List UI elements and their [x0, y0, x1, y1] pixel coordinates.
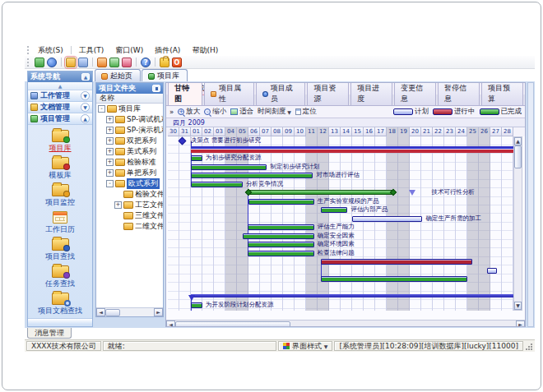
sidebar-collapsed-section[interactable]: [28, 318, 92, 325]
task-bar[interactable]: [487, 268, 498, 274]
gantt-tab-properties[interactable]: 项目属性: [204, 82, 254, 105]
mail-alert-icon[interactable]: [122, 58, 132, 67]
tree-item[interactable]: 检验文件: [96, 189, 163, 200]
task-bar[interactable]: [321, 276, 467, 282]
tree-expander-icon[interactable]: +: [106, 148, 114, 155]
task-bar[interactable]: [191, 182, 243, 187]
tree-item[interactable]: +双把系列: [96, 136, 163, 146]
toolbar-overflow-icon[interactable]: »: [169, 108, 174, 116]
tree-expander-icon[interactable]: +: [106, 169, 114, 177]
task-bar[interactable]: [191, 173, 313, 178]
power-icon[interactable]: O: [172, 58, 182, 67]
project-summary-bar[interactable]: [191, 146, 513, 153]
message-manager-tab[interactable]: 消息管理: [27, 328, 72, 339]
sidebar-item-project-search[interactable]: 项目查找: [28, 237, 92, 264]
scroll-left-icon[interactable]: ◄: [166, 321, 175, 327]
zoom-in-button[interactable]: +放大: [178, 107, 200, 117]
gantt-tab-budget[interactable]: 项目预算: [481, 82, 523, 105]
task-bar[interactable]: [191, 302, 202, 308]
milestone-marker[interactable]: [179, 137, 187, 145]
tree-item[interactable]: +SP-调试机系列: [96, 114, 163, 125]
network-icon[interactable]: [35, 58, 44, 67]
gantt-tab-resources[interactable]: 项目资源: [307, 82, 349, 105]
scroll-right-icon[interactable]: ►: [516, 321, 525, 327]
tree-column-header[interactable]: 名称: [96, 94, 163, 104]
scroll-left-icon[interactable]: ◄: [96, 308, 105, 316]
gantt-tab-changes[interactable]: 变更信息: [394, 82, 436, 105]
tree-expander-icon[interactable]: +: [106, 159, 114, 166]
sidebar-section-project[interactable]: 项目管理▲: [28, 113, 92, 125]
resize-grip[interactable]: [525, 341, 533, 351]
tree-item[interactable]: +美式系列: [96, 146, 163, 157]
tab-start[interactable]: 起始页: [95, 69, 141, 81]
gantt-tab-pauses[interactable]: 暂停信息: [438, 82, 480, 105]
task-bar[interactable]: [248, 224, 314, 230]
zoom-out-button[interactable]: -缩小: [204, 107, 226, 117]
tree-item[interactable]: +SP-演示机系列: [96, 125, 163, 136]
folder-open-icon[interactable]: [66, 58, 76, 67]
folder-save-icon[interactable]: [78, 58, 88, 67]
tree-item[interactable]: +单把系列: [96, 168, 163, 178]
gantt-tab-members[interactable]: 项目成员: [256, 82, 306, 105]
sidebar-item-project-monitor[interactable]: 项目监控: [28, 182, 92, 210]
tree-item[interactable]: +检验标准: [96, 157, 163, 168]
tree-item[interactable]: +工艺文件: [96, 200, 163, 210]
vertical-scroll-thumb[interactable]: [514, 145, 522, 168]
task-bar[interactable]: [243, 233, 314, 239]
sidebar-section-docs[interactable]: 文档管理▼: [28, 102, 92, 113]
horizontal-scroll-thumb[interactable]: [175, 321, 290, 328]
sidebar-item-project-doc-search[interactable]: 项目文档查找: [28, 291, 92, 318]
locate-button[interactable]: 定位: [295, 107, 317, 117]
pin-icon[interactable]: [152, 85, 160, 92]
menu-grip[interactable]: [27, 46, 30, 54]
timescale-dropdown[interactable]: 时间刻度▼: [258, 107, 291, 117]
mail-new-icon[interactable]: [97, 58, 107, 67]
task-bar[interactable]: [248, 251, 314, 256]
task-bar[interactable]: [321, 207, 347, 213]
menu-plugins[interactable]: 插件(A): [149, 44, 186, 57]
tree-horizontal-scrollbar[interactable]: ◄ ►: [96, 307, 163, 316]
tree-expander-icon[interactable]: -: [98, 105, 105, 113]
scroll-down-icon[interactable]: ▼: [514, 302, 522, 310]
gantt-tab-gantt[interactable]: 甘特图: [168, 82, 202, 105]
toolbar-grip[interactable]: [27, 58, 30, 67]
task-bar[interactable]: [191, 164, 267, 170]
task-bar[interactable]: [248, 242, 314, 247]
tree-item[interactable]: 三维文件: [96, 210, 163, 221]
phase-summary-bar[interactable]: [191, 294, 513, 297]
tree-expander-icon[interactable]: +: [114, 201, 122, 209]
fit-button[interactable]: 适合: [230, 107, 253, 117]
tree-expander-icon[interactable]: +: [106, 116, 114, 123]
chevron-down-icon[interactable]: ▼: [81, 91, 90, 100]
tree-scroll-thumb[interactable]: [105, 309, 120, 316]
chevron-down-icon[interactable]: ▼: [81, 103, 90, 112]
sidebar-item-task-search[interactable]: 任务查找: [28, 264, 92, 291]
scroll-up-icon[interactable]: ▲: [514, 137, 522, 145]
scroll-right-icon[interactable]: ►: [154, 308, 163, 316]
tree-item[interactable]: -欧式系列: [96, 178, 163, 189]
menu-help[interactable]: 帮助(H): [186, 44, 224, 57]
ui-style-dropdown[interactable]: 界面样式 ▼: [278, 341, 333, 351]
tree-expander-icon[interactable]: -: [106, 180, 114, 187]
gantt-tab-progress[interactable]: 项目进度: [350, 82, 392, 105]
sidebar-item-work-calendar[interactable]: 工作日历: [28, 210, 92, 237]
tree-item[interactable]: 二维文件: [96, 221, 163, 232]
sidebar-collapse-icon[interactable]: ▲: [81, 73, 90, 81]
help-icon[interactable]: ?: [141, 58, 151, 67]
menu-window[interactable]: 窗口(W): [109, 44, 149, 57]
mail-check-icon[interactable]: [109, 58, 119, 67]
chevron-up-icon[interactable]: ▲: [81, 114, 90, 123]
gantt-vertical-scrollbar[interactable]: ▲ ▼: [513, 136, 522, 311]
sidebar-item-template-library[interactable]: 模板库: [28, 155, 92, 182]
sidebar-item-project-library[interactable]: 项目库: [28, 128, 92, 155]
collapsed-side-panel[interactable]: [527, 82, 534, 327]
sidebar-scroll-up-icon[interactable]: ▲: [28, 82, 92, 90]
completed-summary-bar[interactable]: [248, 190, 393, 195]
task-bar[interactable]: [248, 199, 314, 205]
task-bar[interactable]: [352, 216, 422, 222]
lock-icon[interactable]: [160, 58, 169, 67]
gantt-chart-body[interactable]: 决策点 需要进行初步研究为初步研究分配资源制定初步研究计划对市场进行评估分析竞争…: [168, 136, 513, 311]
task-bar[interactable]: [321, 259, 471, 265]
tree-expander-icon[interactable]: +: [106, 137, 114, 145]
tree-expander-icon[interactable]: +: [106, 127, 114, 134]
